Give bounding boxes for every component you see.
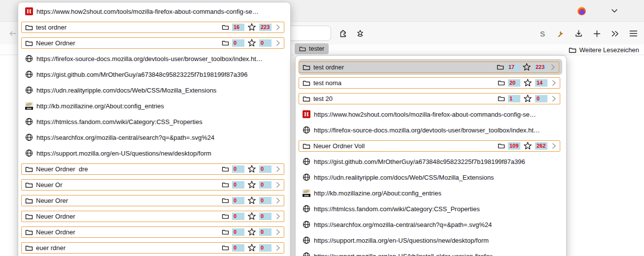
bookmark-folder-row[interactable]: Neuer Ordner Voll109262 bbox=[299, 138, 560, 154]
bookmark-folder-row[interactable]: test ordner17223 bbox=[299, 59, 562, 75]
folder-row-frame: test 2010 bbox=[299, 93, 560, 104]
star-count-icon bbox=[247, 196, 256, 205]
more-bookmarks-button[interactable]: Weitere Lesezeichen bbox=[569, 44, 639, 55]
bookmark-count-badge: 0 bbox=[259, 244, 271, 252]
expand-chevron-icon[interactable] bbox=[552, 143, 556, 149]
toolbar-right-cluster: S bbox=[539, 23, 638, 44]
bookmark-link-row[interactable]: https://support.mozilla.org/en-US/kb/ins… bbox=[296, 248, 566, 256]
bookmark-folder-row[interactable]: test ordner16223 bbox=[21, 19, 284, 35]
bookmark-link-row[interactable]: https://searchfox.org/mozilla-central/se… bbox=[18, 129, 290, 145]
bookmark-folder-row[interactable]: euer rdner00 bbox=[21, 240, 284, 256]
zine-favicon-label: zine bbox=[25, 107, 33, 110]
bookmark-count-badge: 223 bbox=[534, 64, 546, 71]
bookmark-folder-row[interactable]: Neuer Ordner dre00 bbox=[21, 161, 284, 177]
expand-chevron-icon[interactable] bbox=[276, 182, 280, 188]
bookmark-url: http://kb.mozillazine.org/About:config_e… bbox=[36, 102, 164, 110]
bookmark-link-row[interactable]: https://gist.github.com/MrOtherGuy/a6738… bbox=[296, 154, 566, 169]
bookmark-folder-row[interactable]: test 2010 bbox=[299, 91, 560, 106]
folder-name: Neuer Ordner bbox=[36, 213, 75, 220]
bookmark-folder-row[interactable]: Neuer Ordner00 bbox=[21, 224, 284, 240]
folder-row-frame: Neuer Ordner dre00 bbox=[21, 163, 284, 175]
bookmarks-folder-button-tester[interactable]: tester bbox=[295, 43, 329, 54]
back-arrow-icon bbox=[8, 30, 17, 37]
folder-name: test noma bbox=[313, 79, 341, 87]
bookmark-count-badge: 0 bbox=[259, 165, 271, 173]
bookmark-link-row[interactable]: zinehttp://kb.mozillazine.org/About:conf… bbox=[296, 185, 566, 201]
bookmark-folder-row[interactable]: Neuer Orer00 bbox=[21, 192, 284, 208]
folder-count-badge: 0 bbox=[232, 39, 244, 47]
bookmark-link-row[interactable]: https://htmlcss.fandom.com/wiki/Category… bbox=[296, 201, 566, 217]
downloads-icon[interactable] bbox=[575, 30, 583, 38]
bookmark-link-row[interactable]: https://udn.realityripple.com/docs/Web/C… bbox=[296, 169, 566, 185]
expand-chevron-icon[interactable] bbox=[276, 24, 280, 31]
folder-name: Neuer Or bbox=[36, 181, 62, 189]
bookmark-count-badge: 262 bbox=[535, 142, 547, 150]
expand-chevron-icon[interactable] bbox=[276, 229, 280, 235]
expand-chevron-icon[interactable] bbox=[276, 197, 280, 204]
globe-favicon-icon bbox=[25, 133, 33, 141]
s-extension-button[interactable]: S bbox=[539, 30, 546, 38]
bookmark-count-badge: 0 bbox=[535, 95, 547, 102]
bookmark-link-row[interactable]: Hhttps://www.how2shout.com/tools/mozilla… bbox=[296, 106, 566, 122]
globe-favicon-icon bbox=[303, 252, 310, 256]
bookmark-url: https://searchfox.org/mozilla-central/se… bbox=[314, 221, 492, 228]
bookmark-link-row[interactable]: https://gist.github.com/MrOtherGuy/a6738… bbox=[18, 66, 290, 82]
folder-count-badge: 17 bbox=[507, 64, 519, 71]
bookmark-folder-row[interactable]: test noma2014 bbox=[299, 75, 560, 91]
bookmark-link-row[interactable]: https://htmlcss.fandom.com/wiki/Category… bbox=[18, 114, 290, 129]
globe-favicon-icon bbox=[303, 158, 310, 165]
star-count-icon bbox=[523, 94, 532, 103]
bookmark-link-row[interactable]: https://searchfox.org/mozilla-central/se… bbox=[296, 217, 566, 232]
expand-chevron-icon[interactable] bbox=[551, 64, 555, 70]
expand-chevron-icon[interactable] bbox=[276, 213, 280, 220]
folder-count-badge: 0 bbox=[232, 181, 244, 189]
bookmark-link-row[interactable]: https://firefox-source-docs.mozilla.org/… bbox=[296, 122, 566, 138]
expand-chevron-icon[interactable] bbox=[276, 166, 280, 172]
bookmark-link-row[interactable]: https://udn.realityripple.com/docs/Web/C… bbox=[18, 82, 290, 98]
bookmark-link-row[interactable]: https://support.mozilla.org/en-US/questi… bbox=[296, 232, 566, 248]
bookmark-folder-row[interactable]: Neuer Ordner00 bbox=[21, 35, 284, 51]
folder-icon bbox=[303, 96, 310, 102]
folder-row-frame: Neuer Ordner Voll109262 bbox=[299, 140, 560, 152]
bookmark-link-row[interactable]: Hhttps://www.how2shout.com/tools/mozilla… bbox=[18, 3, 290, 19]
globe-favicon-icon bbox=[303, 221, 310, 228]
bookmark-folder-row[interactable]: Neuer Or00 bbox=[21, 177, 284, 192]
expand-chevron-icon[interactable] bbox=[552, 80, 556, 86]
how2shout-favicon: H bbox=[303, 110, 310, 118]
bookmark-url: https://udn.realityripple.com/docs/Web/C… bbox=[36, 87, 216, 94]
folder-icon bbox=[25, 40, 33, 46]
bookmark-url: https://firefox-source-docs.mozilla.org/… bbox=[314, 127, 540, 134]
folder-count-badge: 0 bbox=[232, 213, 244, 220]
bookmark-link-row[interactable]: https://firefox-source-docs.mozilla.org/… bbox=[18, 51, 290, 66]
folder-icon bbox=[25, 166, 33, 172]
folder-count-badge: 0 bbox=[232, 165, 244, 173]
new-tab-plus-icon[interactable] bbox=[593, 30, 601, 38]
expand-chevron-icon[interactable] bbox=[276, 40, 280, 46]
extensions-puzzle-icon[interactable] bbox=[339, 29, 348, 38]
expand-chevron-icon[interactable] bbox=[552, 96, 556, 102]
folder-count-icon bbox=[498, 143, 505, 149]
folder-icon bbox=[303, 80, 310, 86]
bookmark-star-tray-icon[interactable] bbox=[356, 29, 365, 38]
folder-icon bbox=[25, 24, 33, 31]
folder-count-icon bbox=[497, 64, 504, 70]
bookmark-url: https://gist.github.com/MrOtherGuy/a6738… bbox=[314, 158, 525, 165]
bookmark-url: https://support.mozilla.org/en-US/questi… bbox=[314, 237, 489, 244]
folder-row-frame: euer rdner00 bbox=[21, 242, 284, 254]
globe-favicon-icon bbox=[25, 70, 33, 78]
folder-name: Neuer Ordner bbox=[36, 228, 75, 236]
back-button[interactable] bbox=[8, 30, 17, 37]
folder-count-icon bbox=[222, 213, 229, 219]
bookmark-link-row[interactable]: zinehttp://kb.mozillazine.org/About:conf… bbox=[18, 98, 290, 114]
overflow-chevrons-icon[interactable] bbox=[611, 30, 619, 38]
menu-hamburger-icon[interactable] bbox=[629, 30, 638, 38]
mozillazine-favicon: zine bbox=[25, 102, 33, 110]
folder-icon bbox=[569, 47, 576, 53]
wrench-icon[interactable] bbox=[556, 30, 565, 38]
expand-chevron-icon[interactable] bbox=[276, 245, 280, 251]
bookmark-count-badge: 223 bbox=[259, 24, 271, 31]
bookmark-folder-row[interactable]: Neuer Ordner00 bbox=[21, 208, 284, 224]
tabs-dropdown-button[interactable] bbox=[611, 8, 618, 13]
folder-count-icon bbox=[222, 40, 229, 46]
bookmark-link-row[interactable]: https://support.mozilla.org/en-US/questi… bbox=[18, 145, 290, 161]
